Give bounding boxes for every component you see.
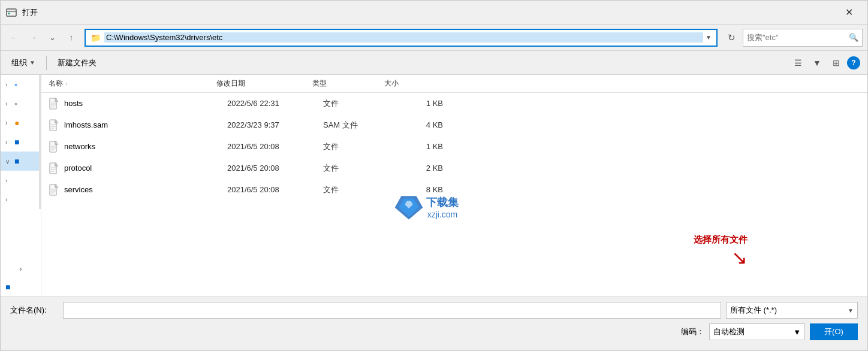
sidebar-bar — [39, 75, 41, 94]
sidebar-item-7[interactable]: › — [1, 190, 41, 209]
toolbar-right: ☰ ▼ ⊞ ? — [789, 55, 860, 71]
svg-rect-0 — [7, 9, 16, 16]
sidebar-icon-2: ▪ — [14, 99, 17, 108]
file-type: 文件 — [323, 163, 395, 174]
filename-row: 文件名(N): 所有文件 (*.*) ▼ — [10, 302, 858, 319]
expand-arrow: › — [5, 196, 13, 203]
table-row[interactable]: networks 2021/6/5 20:08 文件 1 KB — [41, 136, 867, 158]
address-dropdown-icon[interactable]: ▼ — [706, 34, 712, 41]
encoding-dropdown[interactable]: 自动检测 ▼ — [709, 323, 805, 340]
sidebar-icon-bottom: ■ — [5, 282, 10, 292]
sidebar-item-2[interactable]: › ▪ — [1, 94, 41, 113]
filetype-dropdown-arrow-icon: ▼ — [848, 307, 854, 314]
sidebar-bar — [39, 94, 41, 113]
address-text[interactable]: C:\Windows\System32\drivers\etc — [104, 32, 703, 43]
col-header-size[interactable]: 大小 — [384, 78, 432, 89]
sidebar-icon-3: ● — [14, 118, 19, 128]
bottom-actions: 编码： 自动检测 ▼ 开(O) — [10, 323, 858, 340]
dialog-icon — [5, 7, 17, 19]
chevron-down-icon: ▼ — [813, 58, 821, 68]
address-box[interactable]: 📁 C:\Windows\System32\drivers\etc ▼ — [85, 29, 718, 47]
sidebar-item-5[interactable]: ∨ ■ — [1, 152, 41, 171]
file-size: 1 KB — [395, 142, 443, 151]
sort-arrow-icon: ↑ — [65, 81, 68, 87]
file-type: 文件 — [323, 141, 395, 152]
forward-button[interactable]: → — [25, 29, 41, 46]
search-icon[interactable]: 🔍 — [849, 33, 858, 42]
help-button[interactable]: ? — [847, 56, 860, 69]
sidebar-icon-4: ■ — [14, 137, 19, 147]
sidebar-icon-5: ■ — [14, 156, 19, 166]
refresh-button[interactable]: ↻ — [722, 29, 740, 47]
file-rows: hosts 2022/5/6 22:31 文件 1 KB lmhosts.sam… — [41, 93, 867, 296]
sidebar-item-6[interactable]: › — [1, 171, 41, 190]
file-date: 2022/5/6 22:31 — [227, 99, 323, 108]
sidebar: › ▪ › ▪ › ● › ■ — [1, 75, 41, 296]
expand-arrow: › — [5, 81, 13, 88]
search-box[interactable]: 🔍 — [743, 29, 863, 47]
view-menu-button[interactable]: ☰ — [789, 55, 806, 71]
folder-icon: 📁 — [91, 33, 101, 43]
table-row[interactable]: services 2021/6/5 20:08 文件 8 KB — [41, 179, 867, 201]
close-button[interactable]: ✕ — [835, 3, 863, 22]
view-dropdown-button[interactable]: ▼ — [809, 55, 825, 71]
table-row[interactable]: lmhosts.sam 2022/3/23 9:37 SAM 文件 4 KB — [41, 114, 867, 136]
organize-button[interactable]: 组织 ▼ — [8, 55, 39, 71]
view-layout-button[interactable]: ⊞ — [828, 55, 845, 71]
search-input[interactable] — [747, 33, 849, 42]
file-name: lmhosts.sam — [64, 120, 227, 129]
file-size: 8 KB — [395, 185, 443, 194]
file-size: 1 KB — [395, 99, 443, 108]
sidebar-item-bottom[interactable]: ■ — [1, 277, 41, 296]
new-folder-button[interactable]: 新建文件夹 — [54, 55, 100, 71]
main-content: › ▪ › ▪ › ● › ■ — [1, 75, 867, 296]
expand-arrow: › — [5, 120, 13, 126]
col-header-name[interactable]: 名称 ↑ — [49, 78, 216, 89]
chevron-down-icon: ⌄ — [49, 33, 56, 42]
table-row[interactable]: hosts 2022/5/6 22:31 文件 1 KB — [41, 93, 867, 114]
svg-rect-2 — [8, 13, 10, 14]
open-button[interactable]: 开(O) — [810, 323, 858, 340]
file-size: 4 KB — [395, 120, 443, 129]
encoding-dropdown-arrow-icon: ▼ — [793, 328, 801, 337]
back-button[interactable]: ← — [5, 29, 22, 46]
sidebar-bar — [39, 132, 41, 152]
file-date: 2021/6/5 20:08 — [227, 164, 323, 173]
menu-icon: ☰ — [794, 58, 802, 68]
file-name: hosts — [64, 99, 227, 108]
file-type: SAM 文件 — [323, 120, 395, 131]
file-type: 文件 — [323, 98, 395, 109]
col-header-date[interactable]: 修改日期 — [216, 78, 312, 89]
sidebar-icon-1: ▪ — [14, 80, 17, 89]
sidebar-expand-button[interactable]: › — [1, 261, 41, 277]
file-date: 2022/3/23 9:37 — [227, 120, 323, 129]
file-icon — [49, 119, 59, 131]
sidebar-item-4[interactable]: › ■ — [1, 132, 41, 152]
toolbar-separator — [46, 56, 47, 70]
up-button[interactable]: ↑ — [63, 29, 80, 46]
bottom-bar: 文件名(N): 所有文件 (*.*) ▼ 编码： 自动检测 ▼ 开(O) — [1, 296, 867, 350]
table-row[interactable]: protocol 2021/6/5 20:08 文件 2 KB — [41, 158, 867, 179]
refresh-icon: ↻ — [728, 32, 736, 43]
filetype-dropdown-text: 所有文件 (*.*) — [730, 305, 777, 316]
sidebar-bar — [39, 152, 41, 171]
expand-arrow-down: ∨ — [5, 158, 13, 165]
filename-input[interactable] — [63, 302, 721, 319]
file-list-area: 名称 ↑ 修改日期 类型 大小 — [41, 75, 867, 296]
sidebar-spacer — [1, 209, 41, 261]
file-icon — [49, 141, 59, 153]
sidebar-item-3[interactable]: › ● — [1, 113, 41, 132]
layout-icon: ⊞ — [833, 58, 840, 68]
file-date: 2021/6/5 20:08 — [227, 142, 323, 151]
dropdown-button[interactable]: ⌄ — [44, 29, 61, 46]
expand-icon: › — [20, 265, 22, 273]
file-size: 2 KB — [395, 164, 443, 173]
filetype-dropdown[interactable]: 所有文件 (*.*) ▼ — [726, 302, 858, 319]
organize-label: 组织 — [11, 58, 27, 68]
organize-dropdown-icon: ▼ — [29, 59, 35, 66]
sidebar-bar — [39, 113, 41, 132]
file-icon — [49, 98, 59, 110]
encoding-label: 编码： — [681, 326, 704, 337]
col-header-type[interactable]: 类型 — [312, 78, 384, 89]
sidebar-item-1[interactable]: › ▪ — [1, 75, 41, 94]
